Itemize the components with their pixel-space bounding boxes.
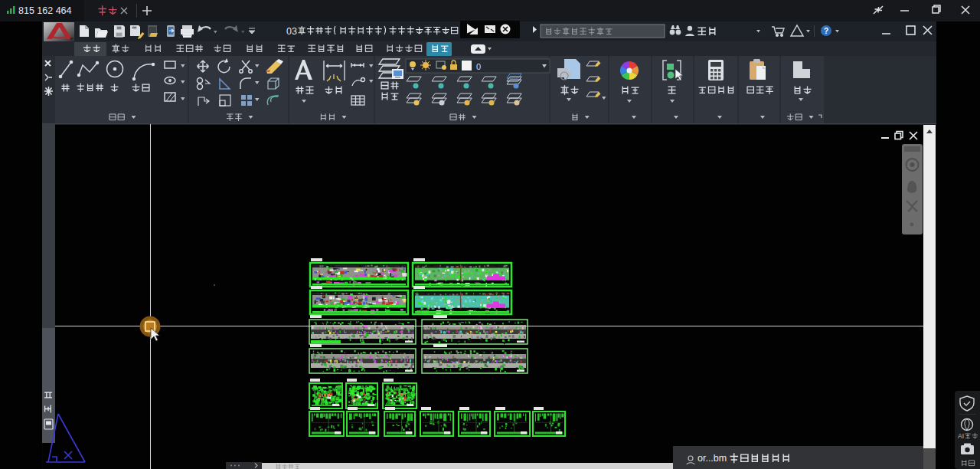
svg-text:or...bm: or...bm [697,453,727,464]
svg-text:?: ? [824,27,828,35]
svg-text:03: 03 [286,26,297,37]
svg-text:AI: AI [958,432,964,440]
svg-text:815 162 464: 815 162 464 [18,5,72,16]
svg-text:0: 0 [476,62,481,71]
